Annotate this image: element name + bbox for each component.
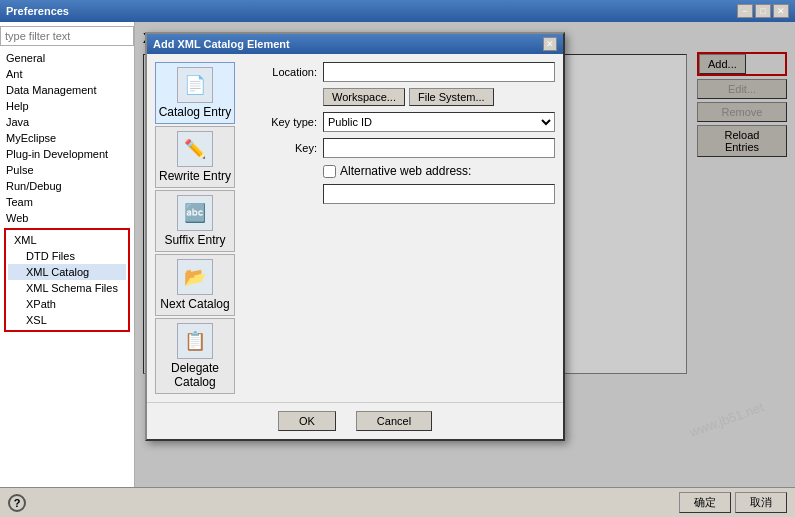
- rewrite-entry-icon: ✏️: [177, 131, 213, 167]
- content-area: XML Catalog Add... Edit... Remove Reload…: [135, 22, 795, 487]
- window-title: Preferences: [6, 5, 69, 17]
- sidebar-item-team[interactable]: Team: [0, 194, 134, 210]
- filter-input[interactable]: [0, 26, 134, 46]
- sidebar-item-web[interactable]: Web: [0, 210, 134, 226]
- sidebar-item-xsl[interactable]: XSL: [8, 312, 126, 328]
- modal-entry-types: 📄 Catalog Entry ✏️ Rewrite Entry 🔤 Suffi: [155, 62, 235, 394]
- sidebar-item-xpath[interactable]: XPath: [8, 296, 126, 312]
- suffix-entry-button[interactable]: 🔤 Suffix Entry: [155, 190, 235, 252]
- sidebar-item-help[interactable]: Help: [0, 98, 134, 114]
- sidebar-item-xml-catalog[interactable]: XML Catalog: [8, 264, 126, 280]
- alt-web-row: Alternative web address:: [323, 164, 555, 178]
- sidebar-item-java[interactable]: Java: [0, 114, 134, 130]
- modal-title: Add XML Catalog Element: [153, 38, 290, 50]
- sidebar-item-xml-schema-files[interactable]: XML Schema Files: [8, 280, 126, 296]
- sidebar-item-general[interactable]: General: [0, 50, 134, 66]
- ok-button[interactable]: OK: [278, 411, 336, 431]
- location-input[interactable]: [323, 62, 555, 82]
- modal-footer: OK Cancel: [147, 402, 563, 439]
- delegate-catalog-button[interactable]: 📋 Delegate Catalog: [155, 318, 235, 394]
- watermark: www.jb51.net: [687, 399, 765, 440]
- title-bar: Preferences − □ ✕: [0, 0, 795, 22]
- sidebar-item-run-debug[interactable]: Run/Debug: [0, 178, 134, 194]
- maximize-button[interactable]: □: [755, 4, 771, 18]
- sidebar-item-ant[interactable]: Ant: [0, 66, 134, 82]
- window-controls: − □ ✕: [737, 4, 789, 18]
- file-system-button[interactable]: File System...: [409, 88, 494, 106]
- bottom-ok-button[interactable]: 确定: [679, 492, 731, 513]
- sidebar-item-pulse[interactable]: Pulse: [0, 162, 134, 178]
- modal-close-button[interactable]: ✕: [543, 37, 557, 51]
- location-buttons: Workspace... File System...: [323, 88, 555, 106]
- key-row: Key:: [243, 138, 555, 158]
- key-type-row: Key type: Public ID System ID URI: [243, 112, 555, 132]
- modal-title-bar: Add XML Catalog Element ✕: [147, 34, 563, 54]
- next-catalog-icon: 📂: [177, 259, 213, 295]
- alt-web-input[interactable]: [323, 184, 555, 204]
- sidebar: General Ant Data Management Help Java My…: [0, 22, 135, 487]
- sidebar-item-dtd-files[interactable]: DTD Files: [8, 248, 126, 264]
- suffix-entry-icon: 🔤: [177, 195, 213, 231]
- next-catalog-label: Next Catalog: [160, 297, 229, 311]
- rewrite-entry-label: Rewrite Entry: [159, 169, 231, 183]
- close-button[interactable]: ✕: [773, 4, 789, 18]
- suffix-entry-label: Suffix Entry: [164, 233, 225, 247]
- alt-web-label: Alternative web address:: [340, 164, 471, 178]
- main-container: General Ant Data Management Help Java My…: [0, 22, 795, 487]
- add-xml-catalog-dialog: Add XML Catalog Element ✕ 📄 Catalog Entr…: [145, 32, 565, 441]
- rewrite-entry-button[interactable]: ✏️ Rewrite Entry: [155, 126, 235, 188]
- catalog-entry-button[interactable]: 📄 Catalog Entry: [155, 62, 235, 124]
- key-input[interactable]: [323, 138, 555, 158]
- location-label: Location:: [243, 66, 323, 78]
- key-label: Key:: [243, 142, 323, 154]
- workspace-button[interactable]: Workspace...: [323, 88, 405, 106]
- sidebar-item-myeclipse[interactable]: MyEclipse: [0, 130, 134, 146]
- alt-web-checkbox[interactable]: [323, 165, 336, 178]
- alt-web-input-row: [323, 184, 555, 204]
- cancel-button[interactable]: Cancel: [356, 411, 432, 431]
- sidebar-item-data-management[interactable]: Data Management: [0, 82, 134, 98]
- location-row: Location:: [243, 62, 555, 82]
- bottom-cancel-button[interactable]: 取消: [735, 492, 787, 513]
- delegate-catalog-icon: 📋: [177, 323, 213, 359]
- next-catalog-button[interactable]: 📂 Next Catalog: [155, 254, 235, 316]
- bottom-buttons: 确定 取消: [679, 492, 787, 513]
- delegate-catalog-label: Delegate Catalog: [171, 361, 219, 389]
- sidebar-item-xml[interactable]: XML: [8, 232, 126, 248]
- catalog-entry-label: Catalog Entry: [159, 105, 232, 119]
- minimize-button[interactable]: −: [737, 4, 753, 18]
- catalog-entry-icon: 📄: [177, 67, 213, 103]
- sidebar-item-plugin-dev[interactable]: Plug-in Development: [0, 146, 134, 162]
- help-button[interactable]: ?: [8, 494, 26, 512]
- modal-body: 📄 Catalog Entry ✏️ Rewrite Entry 🔤 Suffi: [147, 54, 563, 402]
- key-type-label: Key type:: [243, 116, 323, 128]
- xml-section: XML DTD Files XML Catalog XML Schema Fil…: [4, 228, 130, 332]
- modal-overlay: Add XML Catalog Element ✕ 📄 Catalog Entr…: [135, 22, 795, 487]
- bottom-bar: ? 确定 取消: [0, 487, 795, 517]
- modal-form: Location: Workspace... File System... Ke…: [243, 62, 555, 394]
- window: Preferences − □ ✕ General Ant Data Manag…: [0, 0, 795, 517]
- key-type-select[interactable]: Public ID System ID URI: [323, 112, 555, 132]
- xml-catalog-panel: XML Catalog Add... Edit... Remove Reload…: [135, 22, 795, 487]
